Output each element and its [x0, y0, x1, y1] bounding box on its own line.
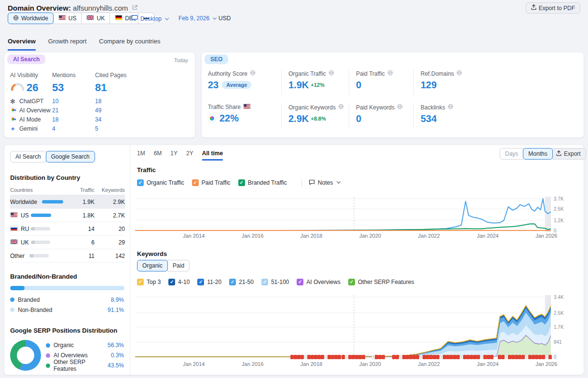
google-update-marker[interactable] — [338, 355, 341, 359]
google-update-marker[interactable] — [409, 355, 412, 359]
serp-positions-donut[interactable] — [10, 340, 41, 371]
country-traffic-value[interactable]: 6 — [69, 236, 95, 249]
google-update-marker[interactable] — [301, 355, 304, 359]
ai-engine-cited[interactable]: 49 — [95, 107, 101, 114]
google-update-marker[interactable] — [402, 355, 406, 359]
google-update-marker[interactable] — [334, 355, 338, 359]
google-update-marker[interactable] — [473, 355, 477, 359]
tab-compare-by-countries[interactable]: Compare by countries — [99, 38, 160, 51]
google-update-marker[interactable] — [375, 355, 378, 359]
google-update-marker[interactable] — [466, 355, 470, 359]
google-update-marker[interactable] — [433, 355, 436, 359]
google-update-marker[interactable] — [511, 355, 515, 359]
ai-engine-cited[interactable]: 18 — [95, 98, 101, 105]
branded-legend-value[interactable]: 8.9% — [111, 297, 124, 303]
keywords-legend-11-20[interactable]: ✓11-20 — [197, 279, 221, 285]
tab-overview[interactable]: Overview — [8, 38, 36, 51]
google-update-marker[interactable] — [423, 355, 426, 359]
granularity-months[interactable]: Months — [523, 148, 552, 160]
google-update-marker[interactable] — [311, 355, 314, 359]
seo-metric-value[interactable]: 2.9K — [288, 114, 309, 123]
traffic-legend-branded-traffic[interactable]: ✓Branded Traffic — [238, 179, 287, 186]
google-update-marker[interactable] — [446, 355, 450, 359]
location-chip-us[interactable]: US — [53, 13, 82, 24]
google-update-marker[interactable] — [426, 355, 429, 359]
chart-export-button[interactable]: Export — [551, 148, 586, 160]
google-update-marker[interactable] — [528, 355, 532, 359]
range-6m[interactable]: 6M — [154, 150, 162, 161]
google-update-marker[interactable] — [508, 355, 511, 359]
google-update-marker[interactable] — [542, 355, 545, 359]
google-update-marker[interactable] — [477, 355, 480, 359]
keywords-legend-ai-overviews[interactable]: ✓AI Overviews — [297, 279, 341, 285]
google-update-marker[interactable] — [342, 355, 345, 359]
google-update-marker[interactable] — [317, 355, 321, 359]
seo-metric-value[interactable]: 129 — [421, 80, 437, 90]
google-update-marker[interactable] — [321, 355, 324, 359]
ai-engine-mentions[interactable]: 10 — [52, 98, 58, 105]
keywords-legend-51-100[interactable]: ✓51-100 — [261, 279, 289, 285]
google-update-marker[interactable] — [483, 355, 487, 359]
traffic-chart[interactable] — [135, 193, 551, 232]
google-update-marker[interactable] — [378, 355, 382, 359]
ai-engine-mentions[interactable]: 21 — [52, 107, 58, 114]
google-update-marker[interactable] — [290, 355, 294, 359]
google-update-marker[interactable] — [443, 355, 446, 359]
search-toggle-google-search[interactable]: Google Search — [46, 151, 95, 162]
country-keywords-value[interactable]: 29 — [95, 236, 125, 249]
ai-engine-cited[interactable]: 34 — [95, 116, 101, 123]
google-update-marker[interactable] — [355, 355, 358, 359]
ai-visibility-value[interactable]: 26 — [27, 82, 38, 93]
country-row-us[interactable]: US1.8K2.7K — [10, 209, 125, 222]
info-icon[interactable] — [448, 104, 453, 111]
google-update-marker[interactable] — [314, 355, 317, 359]
google-update-marker[interactable] — [456, 355, 460, 359]
google-update-marker[interactable] — [521, 355, 525, 359]
range-1y[interactable]: 1Y — [170, 150, 178, 161]
google-update-marker[interactable] — [429, 355, 433, 359]
google-update-marker[interactable] — [470, 355, 473, 359]
google-update-marker[interactable] — [294, 355, 297, 359]
serp-legend-value[interactable]: 56.3% — [108, 342, 124, 349]
google-update-marker[interactable] — [436, 355, 439, 359]
ai-engine-mentions[interactable]: 4 — [52, 125, 55, 132]
keywords-legend-other-serp-features[interactable]: ✓Other SERP Features — [348, 279, 414, 285]
keywords-legend-top-3[interactable]: ✓Top 3 — [137, 279, 161, 285]
info-icon[interactable] — [397, 104, 403, 111]
google-update-marker[interactable] — [352, 355, 355, 359]
google-update-markers[interactable] — [135, 354, 551, 360]
keywords-legend-4-10[interactable]: ✓4-10 — [168, 279, 190, 285]
google-update-marker[interactable] — [297, 355, 301, 359]
traffic-legend-paid-traffic[interactable]: ✓Paid Traffic — [192, 179, 231, 186]
google-update-marker[interactable] — [412, 355, 416, 359]
keywords-legend-21-50[interactable]: ✓21-50 — [229, 279, 254, 285]
notes-dropdown[interactable]: Notes — [309, 179, 340, 187]
seo-metric-value[interactable]: 534 — [421, 114, 437, 123]
seo-metric-value[interactable]: 23 — [208, 80, 219, 90]
traffic-legend-organic-traffic[interactable]: ✓Organic Traffic — [137, 179, 184, 186]
keywords-toggle-organic[interactable]: Organic — [137, 260, 168, 271]
country-keywords-value[interactable]: 2.7K — [95, 209, 125, 222]
location-chip-uk[interactable]: UK — [81, 13, 110, 24]
google-update-marker[interactable] — [416, 355, 419, 359]
google-update-marker[interactable] — [307, 355, 311, 359]
google-update-marker[interactable] — [538, 355, 542, 359]
info-icon[interactable] — [456, 70, 462, 77]
seo-metric-value[interactable]: 22% — [219, 113, 239, 123]
search-toggle-ai-search[interactable]: AI Search — [10, 151, 46, 162]
google-update-marker[interactable] — [406, 355, 409, 359]
granularity-days[interactable]: Days — [500, 148, 523, 160]
google-update-marker[interactable] — [453, 355, 456, 359]
branded-legend-value[interactable]: 91.1% — [108, 307, 124, 313]
google-update-marker[interactable] — [518, 355, 521, 359]
seo-metric-value[interactable]: 0 — [356, 80, 361, 90]
ai-engine-mentions[interactable]: 18 — [52, 116, 58, 123]
keywords-toggle-paid[interactable]: Paid — [167, 260, 190, 271]
google-update-marker[interactable] — [392, 355, 396, 359]
info-icon[interactable] — [328, 70, 334, 77]
google-update-marker[interactable] — [532, 355, 535, 359]
country-row-uk[interactable]: UK629 — [10, 236, 125, 249]
google-update-marker[interactable] — [501, 355, 505, 359]
seo-metric-value[interactable]: 1.9K — [288, 80, 309, 90]
google-update-marker[interactable] — [487, 355, 490, 359]
